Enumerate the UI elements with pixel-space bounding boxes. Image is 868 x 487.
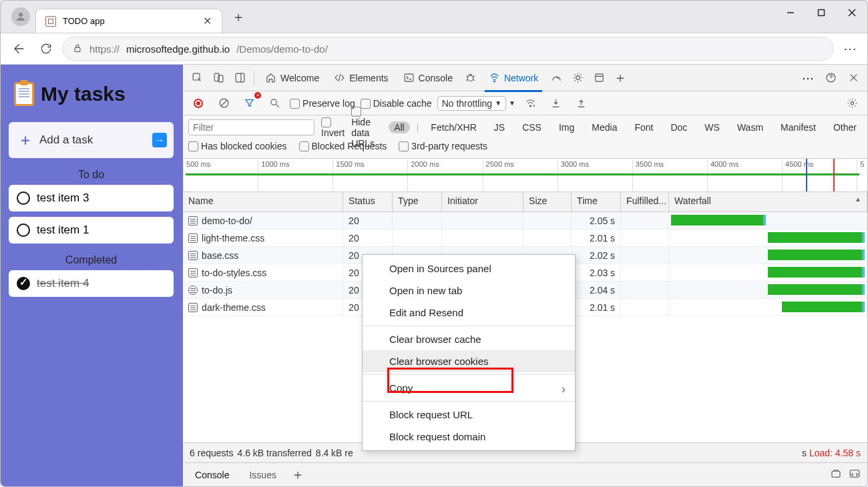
svg-point-0 (19, 13, 23, 17)
task-item[interactable]: test item 1 (9, 217, 174, 244)
menu-clear-cache[interactable]: Clear browser cache (363, 328, 575, 350)
add-task-input[interactable]: ＋ Add a task → (9, 122, 174, 158)
clipboard-icon (14, 82, 34, 106)
type-filter[interactable]: Media (586, 121, 622, 133)
network-conditions-icon[interactable] (521, 93, 541, 113)
completed-section-label: Completed (9, 254, 174, 266)
invert-checkbox[interactable]: Invert (321, 117, 345, 138)
svg-rect-2 (819, 10, 825, 16)
network-overview[interactable]: 500 ms 1000 ms 1500 ms 2000 ms 2500 ms 3… (183, 159, 867, 192)
maximize-button[interactable] (806, 1, 837, 25)
todo-section-label: To do (9, 169, 174, 181)
type-filter[interactable]: Font (629, 121, 658, 133)
profile-avatar[interactable] (11, 7, 30, 26)
menu-edit-resend[interactable]: Edit and Resend (363, 302, 575, 324)
export-icon[interactable] (572, 93, 592, 113)
drawer-add-icon[interactable]: ＋ (291, 466, 304, 484)
menu-clear-cookies[interactable]: Clear browser cookies (363, 350, 575, 372)
svg-line-21 (276, 105, 278, 107)
devtools-panel: Welcome Elements Console Network ＋ ⋯ × P… (182, 65, 867, 486)
drawer-tab-console[interactable]: Console (190, 467, 234, 483)
task-item[interactable]: test item 3 (9, 185, 174, 211)
type-filter[interactable]: All (389, 121, 410, 133)
type-filter[interactable]: Doc (665, 121, 692, 133)
menu-block-url[interactable]: Block request URL (363, 404, 575, 426)
record-button[interactable] (188, 93, 208, 113)
blocked-requests-checkbox[interactable]: Blocked Requests (299, 141, 387, 151)
memory-icon[interactable] (568, 68, 588, 88)
network-filter-bar: Invert Hide data URLs All | Fetch/XHR JS… (183, 115, 867, 159)
request-row[interactable]: light-theme.css202.01 s (183, 229, 867, 247)
refresh-button[interactable] (34, 37, 58, 61)
type-filter[interactable]: Img (554, 121, 580, 133)
type-filter[interactable]: Other (828, 121, 862, 133)
throttle-select[interactable]: No throttling▼ (437, 96, 506, 111)
todo-app: My tasks ＋ Add a task → To do test item … (1, 65, 182, 486)
clear-button[interactable] (214, 93, 234, 113)
request-row[interactable]: demo-to-do/202.05 s (183, 212, 867, 229)
file-icon (188, 303, 198, 312)
drawer-icon[interactable] (830, 468, 842, 482)
close-tab-icon[interactable]: ✕ (202, 16, 212, 27)
blocked-cookies-checkbox[interactable]: Has blocked cookies (188, 141, 286, 151)
inspect-icon[interactable] (187, 68, 207, 88)
more-button[interactable]: ⋯ (838, 37, 862, 61)
tab-title: TODO app (63, 16, 195, 26)
third-party-checkbox[interactable]: 3rd-party requests (399, 141, 487, 151)
type-filter[interactable]: CSS (517, 121, 547, 133)
svg-rect-9 (236, 73, 244, 82)
browser-tab[interactable]: TODO app ✕ (35, 9, 222, 33)
preserve-log-checkbox[interactable]: Preserve log (290, 98, 355, 109)
menu-open-sources[interactable]: Open in Sources panel (363, 258, 575, 280)
minimize-button[interactable] (775, 1, 806, 25)
type-filter[interactable]: Manifest (775, 121, 821, 133)
filter-input[interactable] (188, 119, 314, 135)
svg-rect-15 (596, 74, 603, 81)
devtools-more-icon[interactable]: ⋯ (798, 68, 818, 88)
task-item-done[interactable]: test item 4 (9, 270, 174, 297)
drawer-expand-icon[interactable] (849, 468, 861, 482)
url-box[interactable]: https://microsoftedge.github.io/Demos/de… (62, 37, 834, 61)
network-toolbar: × Preserve log Disable cache No throttli… (183, 91, 867, 115)
tab-elements[interactable]: Elements (327, 65, 395, 91)
new-tab-button[interactable]: ＋ (228, 6, 249, 27)
dock-icon[interactable] (230, 68, 250, 88)
app-icon[interactable] (589, 68, 609, 88)
task-checkbox[interactable] (17, 223, 30, 237)
settings-icon[interactable] (842, 93, 862, 113)
svg-point-14 (576, 76, 580, 80)
close-window-button[interactable] (837, 1, 867, 25)
file-icon (188, 286, 198, 295)
menu-block-domain[interactable]: Block request domain (363, 426, 575, 448)
submit-task-button[interactable]: → (152, 133, 167, 147)
file-icon (188, 251, 198, 260)
performance-icon[interactable] (546, 68, 566, 88)
type-filter[interactable]: JS (489, 121, 510, 133)
add-tab-icon[interactable]: ＋ (610, 68, 630, 88)
context-menu: Open in Sources panel Open in new tab Ed… (362, 254, 576, 451)
help-icon[interactable] (821, 68, 841, 88)
task-checkbox[interactable] (17, 191, 30, 205)
type-filter[interactable]: WS (699, 121, 725, 133)
devtools-close-icon[interactable] (843, 68, 863, 88)
import-icon[interactable] (546, 93, 566, 113)
svg-point-13 (494, 81, 495, 82)
back-button[interactable] (6, 37, 30, 61)
url-host: microsoftedge.github.io (126, 43, 230, 55)
type-filter[interactable]: Fetch/XHR (425, 121, 481, 133)
tab-network[interactable]: Network (482, 65, 545, 91)
titlebar: TODO app ✕ ＋ (1, 1, 867, 33)
device-icon[interactable] (208, 68, 228, 88)
type-filter[interactable]: Wasm (732, 121, 769, 133)
menu-copy[interactable]: Copy (363, 377, 575, 399)
search-icon[interactable] (264, 93, 284, 113)
svg-point-12 (468, 75, 474, 81)
drawer-tab-issues[interactable]: Issues (244, 467, 281, 483)
task-checkbox-checked[interactable] (17, 277, 30, 290)
tab-welcome[interactable]: Welcome (258, 65, 326, 91)
filter-toggle[interactable]: × (239, 93, 259, 113)
menu-open-tab[interactable]: Open in new tab (363, 280, 575, 302)
tab-console[interactable]: Console (397, 65, 459, 91)
bug-icon[interactable] (461, 68, 481, 88)
add-task-placeholder: Add a task (39, 133, 93, 147)
